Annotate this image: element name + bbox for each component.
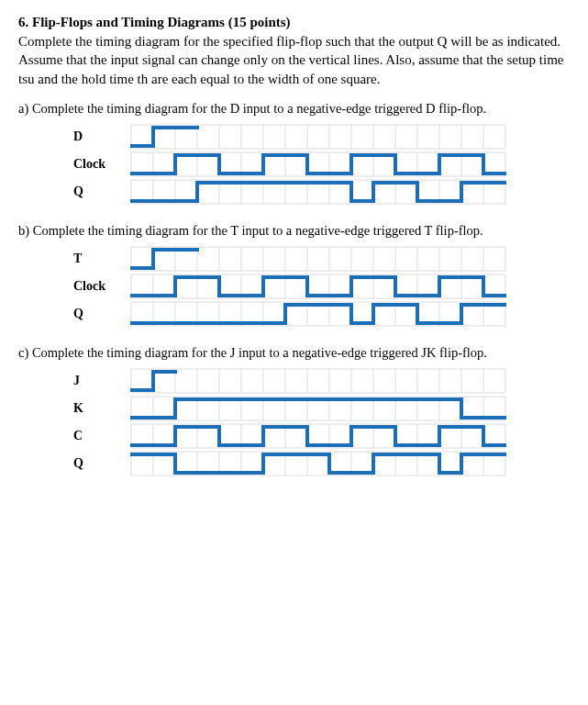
label-c: C xyxy=(73,429,130,443)
label-clock: Clock xyxy=(73,279,130,294)
part-a-prompt: a) Complete the timing diagram for the D… xyxy=(18,101,570,117)
question-number: 6. xyxy=(18,15,28,29)
question-intro: Complete the timing diagram for the spec… xyxy=(18,32,570,88)
label-q: Q xyxy=(73,307,130,321)
part-c-prompt: c) Complete the timing diagram for the J… xyxy=(18,345,570,361)
waveform-c-q xyxy=(130,451,506,476)
question-title: Flip-Flops and Timing Diagrams xyxy=(32,15,225,29)
part-b-diagram: T Clock Q xyxy=(73,246,570,327)
waveform-c-c xyxy=(130,423,506,449)
waveform-c-k xyxy=(130,396,506,421)
label-k: K xyxy=(73,401,130,416)
waveform-a-q xyxy=(130,179,506,205)
waveform-b-q xyxy=(130,301,506,327)
label-clock: Clock xyxy=(73,157,130,172)
label-t: T xyxy=(73,252,130,266)
waveform-a-d xyxy=(130,124,506,150)
question-header: 6. Flip-Flops and Timing Diagrams (15 po… xyxy=(18,15,570,30)
question-points: (15 points) xyxy=(228,15,291,29)
label-q: Q xyxy=(73,456,130,471)
label-j: J xyxy=(73,374,130,388)
part-b-prompt: b) Complete the timing diagram for the T… xyxy=(18,223,570,239)
waveform-b-t xyxy=(130,246,506,272)
part-c-diagram: J K C Q xyxy=(73,368,570,476)
waveform-b-clock xyxy=(130,274,506,299)
label-d: D xyxy=(73,129,130,144)
waveform-c-j xyxy=(130,368,506,394)
part-a-diagram: D Clock Q xyxy=(73,124,570,205)
waveform-a-clock xyxy=(130,151,506,177)
label-q: Q xyxy=(73,185,130,199)
